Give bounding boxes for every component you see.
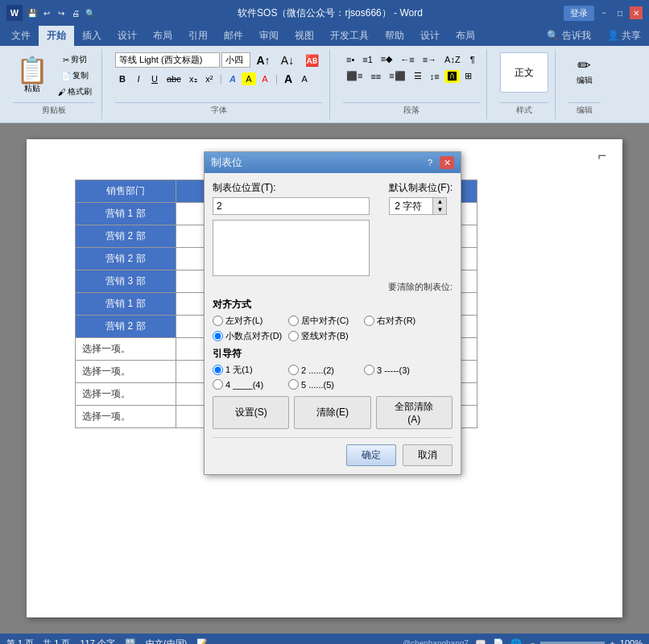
- paste-button[interactable]: 📋 粘贴: [13, 56, 52, 96]
- leader-dash-option[interactable]: 3 -----(3): [364, 364, 436, 376]
- redo-btn[interactable]: ↪: [55, 6, 68, 19]
- view-print-btn[interactable]: 📄: [493, 638, 504, 645]
- status-bar: 第 1 页，共 1 页 117 个字 🔡 中文(中国) 📝 @chenhangh…: [0, 634, 649, 644]
- subscript-button[interactable]: x₂: [186, 72, 200, 86]
- font-size-aa-button[interactable]: A: [281, 71, 296, 87]
- align-center-radio[interactable]: [288, 316, 299, 326]
- grow-font-button[interactable]: A↑: [252, 54, 275, 67]
- show-paragraph-button[interactable]: ¶: [465, 53, 480, 66]
- dialog-title-bar: 制表位 ? ✕: [205, 152, 461, 173]
- align-bar-radio[interactable]: [288, 331, 299, 341]
- align-left-radio[interactable]: [213, 316, 223, 326]
- restore-btn[interactable]: □: [614, 6, 626, 19]
- search-icon[interactable]: 🔍: [84, 6, 97, 19]
- align-right-radio[interactable]: [364, 316, 374, 326]
- print-btn[interactable]: 🖨: [69, 6, 82, 19]
- underline-button[interactable]: U: [147, 72, 162, 85]
- close-btn[interactable]: ✕: [630, 6, 643, 19]
- multilevel-list-button[interactable]: ≡◆: [378, 52, 395, 66]
- align-decimal-option[interactable]: 小数点对齐(D): [213, 330, 285, 342]
- shrink-font-button[interactable]: A↓: [276, 54, 299, 67]
- leader-none-radio[interactable]: [213, 365, 223, 375]
- undo-btn[interactable]: ↩: [40, 6, 53, 19]
- tab-view[interactable]: 视图: [287, 26, 322, 46]
- tab-design2[interactable]: 设计: [412, 26, 448, 46]
- leader-dash-radio[interactable]: [364, 365, 374, 375]
- clear-format-button[interactable]: 🆎: [300, 54, 323, 67]
- superscript-button[interactable]: x²: [202, 72, 217, 85]
- save-btn[interactable]: 💾: [26, 6, 39, 19]
- clear-button[interactable]: 清除(E): [294, 396, 370, 429]
- copy-button[interactable]: 📄复制: [55, 68, 95, 83]
- leader-underline-radio[interactable]: [213, 379, 223, 390]
- borders-button[interactable]: ⊞: [461, 69, 476, 83]
- leader-dots-radio[interactable]: [288, 365, 299, 375]
- format-painter-button[interactable]: 🖌格式刷: [55, 85, 95, 99]
- align-bar-option[interactable]: 竖线对齐(B): [288, 330, 361, 342]
- italic-button[interactable]: I: [131, 72, 146, 85]
- tab-design[interactable]: 设计: [110, 26, 145, 46]
- tab-stop-list[interactable]: [213, 220, 370, 276]
- leader-dots2-radio[interactable]: [288, 379, 299, 390]
- dialog-close-button[interactable]: ✕: [440, 156, 454, 169]
- align-decimal-radio[interactable]: [213, 331, 223, 341]
- leader-dots-option[interactable]: 2 ......(2): [288, 364, 361, 376]
- zoom-out-button[interactable]: －: [528, 638, 537, 645]
- line-spacing-button[interactable]: ↕≡: [427, 70, 443, 83]
- align-left-button[interactable]: ⬛≡: [343, 69, 366, 83]
- tab-insert[interactable]: 插入: [74, 26, 110, 46]
- tab-reference[interactable]: 引用: [180, 26, 216, 46]
- table-row: 选择一项。: [76, 338, 176, 361]
- shading-button[interactable]: 🅰: [444, 70, 460, 83]
- numbered-list-button[interactable]: ≡1: [359, 53, 376, 66]
- align-right-option[interactable]: 右对齐(R): [364, 315, 436, 327]
- font-size-a-button[interactable]: A: [297, 72, 312, 85]
- align-center-button[interactable]: ≡≡: [367, 70, 384, 83]
- tab-layout2[interactable]: 布局: [448, 26, 483, 46]
- text-highlight-button[interactable]: A: [242, 72, 256, 85]
- tab-devtools[interactable]: 开发工具: [322, 26, 377, 46]
- decrease-indent-button[interactable]: ←≡: [397, 53, 417, 66]
- tab-review[interactable]: 审阅: [251, 26, 287, 46]
- default-tab-up-button[interactable]: ▲: [433, 198, 446, 206]
- increase-indent-button[interactable]: ≡→: [420, 53, 440, 66]
- minimize-btn[interactable]: －: [597, 6, 610, 19]
- styles-gallery[interactable]: 正文: [500, 52, 548, 93]
- tab-position-input[interactable]: [213, 197, 370, 215]
- align-right-button[interactable]: ≡⬛: [386, 69, 408, 83]
- set-button[interactable]: 设置(S): [213, 396, 289, 429]
- clear-all-button[interactable]: 全部清除(A): [376, 396, 453, 429]
- dialog-help-icon[interactable]: ?: [424, 156, 436, 169]
- edit-button[interactable]: ✏ 编辑: [568, 52, 601, 89]
- leader-underline-option[interactable]: 4 ____(4): [213, 379, 285, 390]
- tab-layout[interactable]: 布局: [145, 26, 180, 46]
- tab-home[interactable]: 开始: [39, 26, 74, 46]
- align-left-option[interactable]: 左对齐(L): [213, 315, 285, 327]
- bold-button[interactable]: B: [115, 72, 130, 85]
- font-color-button[interactable]: A: [258, 72, 272, 85]
- strikethrough-button[interactable]: abc: [163, 72, 184, 85]
- zoom-in-button[interactable]: ＋: [608, 638, 617, 645]
- login-btn[interactable]: 登录: [564, 6, 594, 21]
- tab-help[interactable]: 帮助: [377, 26, 412, 46]
- tab-file[interactable]: 文件: [3, 26, 39, 46]
- tab-tell-me[interactable]: 🔍 告诉我: [539, 26, 598, 46]
- tab-share[interactable]: 👤 共享: [599, 26, 649, 46]
- tab-mail[interactable]: 邮件: [216, 26, 251, 46]
- ribbon-tabs: 文件 开始 插入 设计 布局 引用 邮件 审阅 视图 开发工具 帮助 设计 布局…: [0, 26, 649, 46]
- cancel-button[interactable]: 取消: [403, 444, 453, 466]
- justify-button[interactable]: ☰: [411, 69, 425, 83]
- bullet-list-button[interactable]: ≡•: [343, 53, 358, 66]
- view-web-btn[interactable]: 🌐: [511, 638, 522, 645]
- leader-none-option[interactable]: 1 无(1): [213, 364, 285, 376]
- align-center-option[interactable]: 居中对齐(C): [288, 315, 361, 327]
- ok-button[interactable]: 确定: [346, 444, 396, 466]
- leader-dots2-option[interactable]: 5 ......(5): [288, 379, 361, 390]
- default-tab-down-button[interactable]: ▼: [433, 206, 446, 214]
- text-effect-button[interactable]: A: [225, 72, 240, 85]
- font-size-select[interactable]: 小四: [221, 52, 250, 68]
- view-read-btn[interactable]: 📖: [475, 638, 486, 645]
- font-name-select[interactable]: 等线 Light (西文标题): [115, 52, 220, 68]
- cut-button[interactable]: ✂剪切: [55, 52, 95, 67]
- sort-button[interactable]: A↕Z: [441, 53, 464, 66]
